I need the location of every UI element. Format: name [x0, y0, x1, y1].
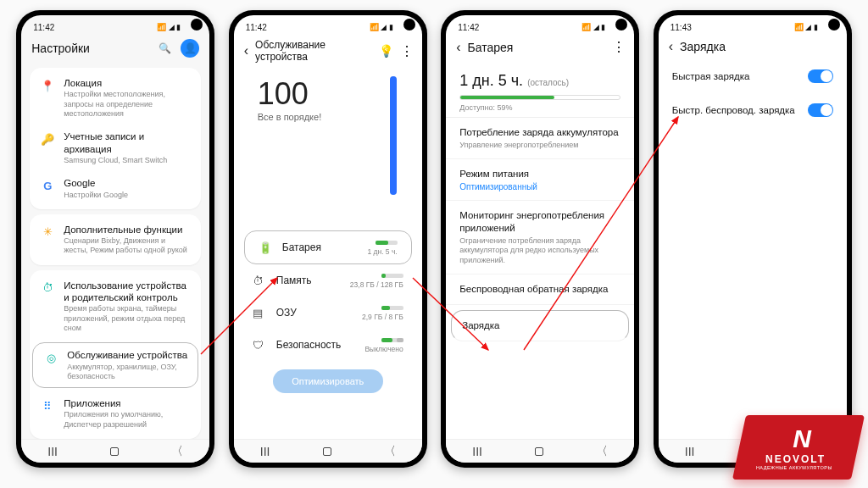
row-battery[interactable]: 🔋 Батарея 1 дн. 5 ч.: [244, 230, 412, 264]
ram-icon: ▤: [253, 307, 266, 319]
logo-sub: НАДЕЖНЫЕ АККУМУЛЯТОРЫ: [756, 465, 832, 470]
device-care-icon: ◎: [43, 350, 58, 365]
screen-1: 11:42 📶 ◢ ▮ Настройки 🔍 👤 📍ЛокацияНастро…: [21, 15, 209, 463]
clock: 11:42: [246, 23, 267, 32]
row-device-care[interactable]: ◎Обслуживание устройстваАккумулятор, хра…: [32, 342, 198, 388]
device-care-content: 100 Все в порядке! 🔋 Батарея 1 дн. 5 ч. …: [234, 68, 422, 439]
settings-card: ⏱Использование устройства и родительский…: [30, 270, 201, 439]
nav-recents[interactable]: III: [685, 445, 695, 458]
nav-home[interactable]: [110, 447, 119, 456]
toggle-switch[interactable]: [808, 103, 833, 117]
battery-icon: 🔋: [259, 241, 272, 254]
settings-list: 📍ЛокацияНастройки местоположения, запрос…: [21, 63, 209, 439]
profile-icon[interactable]: 👤: [181, 39, 199, 58]
statusbar: 11:43 📶 ◢ ▮: [659, 15, 847, 36]
score-value: 100: [258, 76, 390, 112]
toggle-fast-charging[interactable]: Быстрая зарядка: [659, 59, 847, 93]
status-icons: 📶 ◢ ▮: [581, 23, 605, 31]
nav-recents[interactable]: III: [472, 445, 482, 458]
row-location[interactable]: 📍ЛокацияНастройки местоположения, запрос…: [30, 71, 201, 125]
page-title: Батарея: [468, 41, 606, 54]
apps-icon: ⠿: [40, 398, 55, 413]
storage-icon: ⏱: [253, 274, 266, 287]
screen-3: 11:42 📶 ◢ ▮ ‹ Батарея ⋮ 1 дн. 5 ч. (оста…: [446, 15, 634, 463]
clock: 11:42: [33, 23, 54, 32]
score-sub: Все в порядке!: [258, 112, 390, 122]
toggle-fast-wireless[interactable]: Быстр. беспровод. зарядка: [659, 93, 847, 127]
settings-card: 📍ЛокацияНастройки местоположения, запрос…: [30, 68, 201, 209]
navbar: III〈: [234, 439, 422, 463]
statusbar: 11:42 📶 ◢ ▮: [234, 15, 422, 36]
more-icon[interactable]: ⋮: [400, 43, 412, 59]
row-usage[interactable]: Потребление заряда аккумулятораУправлени…: [446, 118, 634, 159]
navbar: III〈: [446, 439, 634, 463]
battery-avail: Доступно: 59%: [459, 103, 620, 112]
screen-2: 11:42 📶 ◢ ▮ ‹ Обслуживание устройства 💡 …: [234, 15, 422, 463]
nav-home[interactable]: [323, 447, 331, 456]
header: ‹ Обслуживание устройства 💡 ⋮: [234, 36, 422, 68]
row-accounts[interactable]: 🔑Учетные записи и архивацияSamsung Cloud…: [30, 125, 201, 171]
row-charging[interactable]: Зарядка: [451, 310, 629, 341]
row-reverse-charge[interactable]: Беспроводная обратная зарядка: [446, 274, 634, 305]
statusbar: 11:42 📶 ◢ ▮: [21, 15, 209, 36]
logo-text: NEOVOLT: [765, 453, 826, 465]
back-icon[interactable]: ‹: [244, 43, 248, 58]
bulb-icon[interactable]: 💡: [379, 44, 393, 58]
status-icons: 📶 ◢ ▮: [157, 23, 181, 31]
clock: 11:43: [670, 23, 692, 32]
row-advanced[interactable]: ✳Дополнительные функцииСценарии Bixby, Д…: [30, 218, 201, 262]
statusbar: 11:42 📶 ◢ ▮: [446, 15, 634, 36]
score-bar: [390, 76, 397, 195]
back-icon[interactable]: ‹: [456, 40, 460, 55]
nav-recents[interactable]: III: [47, 445, 58, 458]
row-storage[interactable]: ⏱ Память 23,8 ГБ / 128 ГБ: [239, 264, 417, 297]
phone-3: 11:42 📶 ◢ ▮ ‹ Батарея ⋮ 1 дн. 5 ч. (оста…: [441, 10, 639, 468]
clock: 11:42: [458, 23, 479, 32]
battery-time: 1 дн. 5 ч. (осталось): [459, 72, 620, 90]
row-apps[interactable]: ⠿ПриложенияПриложения по умолчанию, Дисп…: [30, 391, 201, 435]
header: Настройки 🔍 👤: [21, 36, 209, 63]
header: ‹ Батарея ⋮: [446, 36, 634, 60]
navbar: III〈: [21, 439, 209, 463]
neovolt-logo: N NEOVOLT НАДЕЖНЫЕ АККУМУЛЯТОРЫ: [739, 415, 858, 480]
status-icons: 📶 ◢ ▮: [794, 23, 818, 31]
phone-2: 11:42 📶 ◢ ▮ ‹ Обслуживание устройства 💡 …: [229, 10, 427, 468]
row-power-mode[interactable]: Режим питанияОптимизированный: [446, 159, 634, 201]
nav-home[interactable]: [535, 447, 543, 456]
toggle-switch[interactable]: [808, 69, 833, 83]
battery-bar: [459, 95, 620, 100]
settings-card: ✳Дополнительные функцииСценарии Bixby, Д…: [30, 214, 201, 265]
nav-recents[interactable]: III: [260, 445, 270, 458]
charging-content: Быстрая зарядка Быстр. беспровод. зарядк…: [659, 59, 847, 439]
row-wellbeing[interactable]: ⏱Использование устройства и родительский…: [30, 274, 201, 340]
phone-4: 11:43 📶 ◢ ▮ ‹ Зарядка Быстрая зарядка Бы…: [654, 10, 852, 468]
battery-bar-fill: [460, 96, 554, 99]
google-icon: G: [40, 178, 55, 193]
search-icon[interactable]: 🔍: [155, 39, 174, 58]
nav-back[interactable]: 〈: [384, 444, 396, 459]
page-title: Настройки: [31, 42, 148, 55]
page-title: Обслуживание устройства: [255, 39, 372, 63]
phone-1: 11:42 📶 ◢ ▮ Настройки 🔍 👤 📍ЛокацияНастро…: [16, 10, 214, 468]
wellbeing-icon: ⏱: [40, 280, 55, 296]
camera-notch: [828, 19, 840, 30]
header: ‹ Зарядка: [659, 36, 847, 59]
phones-row: 11:42 📶 ◢ ▮ Настройки 🔍 👤 📍ЛокацияНастро…: [0, 0, 868, 478]
nav-back[interactable]: 〈: [171, 444, 183, 459]
key-icon: 🔑: [40, 131, 55, 147]
nav-back[interactable]: 〈: [596, 444, 608, 459]
shield-icon: 🛡: [253, 339, 266, 352]
advanced-icon: ✳: [40, 225, 55, 240]
camera-notch: [403, 19, 415, 30]
more-icon[interactable]: ⋮: [612, 39, 624, 55]
row-security[interactable]: 🛡 Безопасность Выключено: [239, 329, 417, 361]
row-monitoring[interactable]: Мониторинг энергопотребления приложенийО…: [446, 201, 634, 274]
optimize-button[interactable]: Оптимизировать: [273, 369, 383, 393]
location-icon: 📍: [40, 78, 55, 93]
row-ram[interactable]: ▤ ОЗУ 2,9 ГБ / 8 ГБ: [239, 297, 417, 329]
status-icons: 📶 ◢ ▮: [370, 23, 393, 31]
logo-mark: N: [793, 424, 809, 453]
back-icon[interactable]: ‹: [669, 39, 673, 54]
page-title: Зарядка: [680, 40, 837, 53]
row-google[interactable]: GGoogleНастройки Google: [30, 171, 201, 206]
